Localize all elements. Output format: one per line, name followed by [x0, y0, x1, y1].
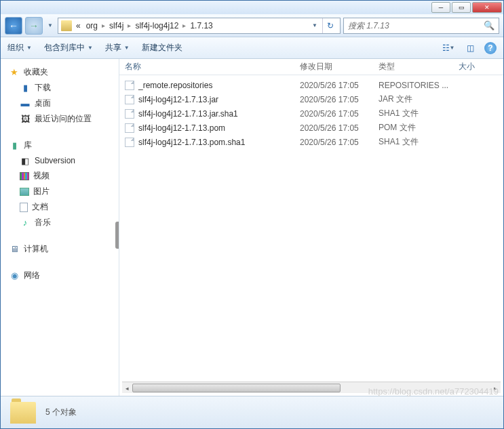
- music-icon: ♪: [20, 218, 31, 228]
- sidebar-item-downloads[interactable]: ▮下载: [1, 80, 119, 96]
- organize-button[interactable]: 组织▼: [7, 42, 32, 54]
- chevron-right-icon[interactable]: ▸: [128, 22, 131, 29]
- column-name[interactable]: 名称: [125, 61, 300, 73]
- crumb-prefix: «: [75, 21, 82, 30]
- file-name: slf4j-log4j12-1.7.13.jar: [138, 95, 218, 104]
- watermark: https://blog.csdn.net/a772304419: [368, 386, 499, 396]
- chevron-right-icon[interactable]: ▸: [182, 22, 186, 29]
- folder-icon: [10, 402, 36, 424]
- file-list[interactable]: _remote.repositories2020/5/26 17:05REPOS…: [119, 75, 503, 382]
- chevron-down-icon: ▼: [88, 45, 93, 51]
- sidebar-resize-handle[interactable]: [115, 222, 119, 249]
- subversion-icon: ◧: [20, 155, 31, 166]
- file-type: SHA1 文件: [379, 108, 459, 119]
- sidebar-computer[interactable]: 🖥计算机: [1, 241, 119, 257]
- crumb-3[interactable]: 1.7.13: [189, 21, 214, 30]
- file-name: slf4j-log4j12-1.7.13.pom.sha1: [138, 138, 245, 147]
- view-options-button[interactable]: ☷ ▼: [441, 41, 456, 56]
- sidebar-item-music[interactable]: ♪音乐: [1, 215, 119, 230]
- desktop-icon: ▬: [20, 98, 31, 109]
- sidebar-item-documents[interactable]: 文档: [1, 199, 119, 215]
- sidebar-item-desktop[interactable]: ▬桌面: [1, 96, 119, 111]
- sidebar-item-recent[interactable]: 🖼最近访问的位置: [1, 111, 119, 127]
- file-row[interactable]: slf4j-log4j12-1.7.13.jar2020/5/26 17:05J…: [119, 92, 503, 106]
- status-text: 5 个对象: [45, 407, 77, 418]
- recent-icon: 🖼: [20, 114, 31, 125]
- file-name: _remote.repositories: [138, 81, 212, 90]
- star-icon: ★: [9, 67, 20, 78]
- column-type[interactable]: 类型: [379, 61, 459, 73]
- file-icon: [125, 95, 134, 104]
- navbar: ← → ▼ « org ▸ slf4j ▸ slf4j-log4j12 ▸ 1.…: [1, 14, 503, 37]
- sidebar: ★收藏夹 ▮下载 ▬桌面 🖼最近访问的位置 ▮库 ◧Subversion 视频 …: [1, 59, 119, 396]
- address-bar[interactable]: « org ▸ slf4j ▸ slf4j-log4j12 ▸ 1.7.13 ▼…: [58, 18, 341, 34]
- refresh-button[interactable]: ↻: [322, 18, 337, 33]
- column-date[interactable]: 修改日期: [300, 61, 379, 73]
- content-pane: 名称 修改日期 类型 大小 _remote.repositories2020/5…: [119, 59, 503, 396]
- library-icon: ▮: [9, 140, 20, 151]
- crumb-0[interactable]: org: [85, 21, 99, 30]
- history-dropdown[interactable]: ▼: [45, 17, 55, 35]
- include-library-button[interactable]: 包含到库中▼: [44, 42, 93, 54]
- file-date: 2020/5/26 17:05: [300, 138, 379, 147]
- file-date: 2020/5/26 17:05: [300, 109, 379, 119]
- titlebar: ─ ▭ ✕: [1, 1, 503, 14]
- file-row[interactable]: slf4j-log4j12-1.7.13.pom2020/5/26 17:05P…: [119, 121, 503, 135]
- sidebar-favorites[interactable]: ★收藏夹: [1, 64, 119, 80]
- share-button[interactable]: 共享▼: [105, 42, 130, 54]
- file-type: REPOSITORIES ...: [379, 81, 459, 90]
- file-name: slf4j-log4j12-1.7.13.pom: [138, 123, 225, 133]
- chevron-right-icon[interactable]: ▸: [102, 22, 105, 29]
- file-icon: [125, 138, 134, 147]
- body-area: ★收藏夹 ▮下载 ▬桌面 🖼最近访问的位置 ▮库 ◧Subversion 视频 …: [1, 59, 503, 396]
- toolbar: 组织▼ 包含到库中▼ 共享▼ 新建文件夹 ☷ ▼ ◫ ?: [1, 37, 503, 59]
- close-button[interactable]: ✕: [472, 2, 502, 13]
- forward-button[interactable]: →: [25, 17, 43, 35]
- sidebar-item-pictures[interactable]: 图片: [1, 184, 119, 199]
- file-type: SHA1 文件: [379, 136, 459, 148]
- crumb-2[interactable]: slf4j-log4j12: [134, 21, 180, 30]
- sidebar-item-subversion[interactable]: ◧Subversion: [1, 153, 119, 168]
- address-dropdown[interactable]: ▼: [310, 17, 319, 35]
- new-folder-button[interactable]: 新建文件夹: [142, 42, 182, 54]
- folder-icon: [61, 20, 72, 31]
- file-name: slf4j-log4j12-1.7.13.jar.sha1: [138, 109, 238, 119]
- file-type: POM 文件: [379, 122, 459, 134]
- file-date: 2020/5/26 17:05: [300, 95, 379, 104]
- sidebar-libraries[interactable]: ▮库: [1, 138, 119, 153]
- column-size[interactable]: 大小: [459, 61, 503, 73]
- network-icon: ◉: [9, 270, 20, 281]
- maximize-button[interactable]: ▭: [452, 2, 471, 13]
- statusbar: 5 个对象: [1, 396, 503, 428]
- chevron-down-icon: ▼: [124, 45, 130, 51]
- video-icon: [20, 172, 29, 180]
- sidebar-item-videos[interactable]: 视频: [1, 168, 119, 184]
- preview-pane-button[interactable]: ◫: [463, 41, 478, 56]
- file-date: 2020/5/26 17:05: [300, 123, 379, 133]
- file-type: JAR 文件: [379, 94, 459, 105]
- sidebar-network[interactable]: ◉网络: [1, 268, 119, 283]
- crumb-1[interactable]: slf4j: [108, 21, 125, 30]
- file-date: 2020/5/26 17:05: [300, 81, 379, 90]
- search-box[interactable]: 🔍: [343, 18, 499, 34]
- file-icon: [125, 81, 134, 90]
- column-headers: 名称 修改日期 类型 大小: [119, 59, 503, 75]
- download-icon: ▮: [20, 83, 31, 94]
- computer-icon: 🖥: [9, 244, 20, 255]
- scroll-thumb[interactable]: [132, 384, 341, 392]
- file-row[interactable]: _remote.repositories2020/5/26 17:05REPOS…: [119, 78, 503, 92]
- minimize-button[interactable]: ─: [431, 2, 450, 13]
- search-icon[interactable]: 🔍: [484, 20, 495, 30]
- scroll-left-arrow[interactable]: ◂: [122, 383, 132, 393]
- chevron-down-icon: ▼: [26, 45, 32, 51]
- search-input[interactable]: [348, 21, 484, 30]
- help-button[interactable]: ?: [484, 42, 497, 54]
- file-icon: [125, 123, 134, 133]
- back-button[interactable]: ←: [5, 17, 22, 35]
- file-row[interactable]: slf4j-log4j12-1.7.13.jar.sha12020/5/26 1…: [119, 106, 503, 121]
- document-icon: [20, 203, 28, 212]
- file-row[interactable]: slf4j-log4j12-1.7.13.pom.sha12020/5/26 1…: [119, 135, 503, 149]
- file-icon: [125, 109, 134, 119]
- picture-icon: [20, 188, 29, 196]
